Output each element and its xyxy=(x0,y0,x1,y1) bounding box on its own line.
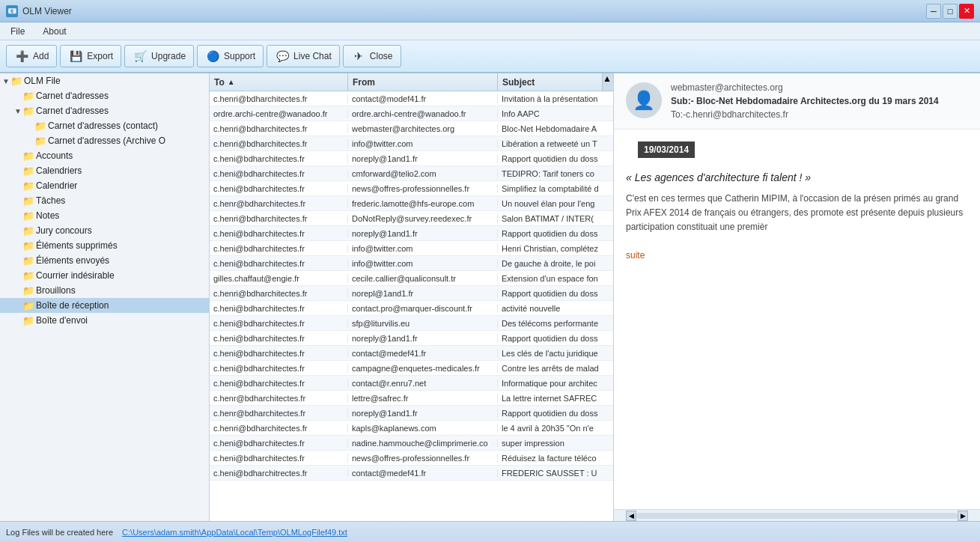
email-row-24[interactable]: c.heni@bdharchitectes.frnews@offres-prof… xyxy=(210,451,613,466)
tree-item-13[interactable]: 📁Courrier indésirable xyxy=(0,268,209,283)
email-row-19[interactable]: c.heni@bdharchitectes.frcontact@r.enru7.… xyxy=(210,376,613,391)
add-button[interactable]: ➕ Add xyxy=(6,45,57,67)
email-row-5[interactable]: c.heni@bdharchitectes.frcmforward@telio2… xyxy=(210,166,613,181)
email-row-18[interactable]: c.heni@bdharchitectes.frcampagne@enquete… xyxy=(210,361,613,376)
email-row-23[interactable]: c.heni@bdharchitectes.frnadine.hammouche… xyxy=(210,436,613,451)
menu-about[interactable]: About xyxy=(38,25,70,38)
tree-label-11: Éléments supprimés xyxy=(36,240,118,251)
email-row-12[interactable]: gilles.chaffaut@engie.frcecile.callier@q… xyxy=(210,271,613,286)
tree-item-15[interactable]: 📁Boîte de réception xyxy=(0,298,209,313)
email-row-1[interactable]: ordre.archi-centre@wanadoo.frordre.archi… xyxy=(210,106,613,121)
email-cell-to-8: c.henri@bdharchitectes.fr xyxy=(210,214,348,223)
tree-item-5[interactable]: 📁Accounts xyxy=(0,148,209,163)
email-row-0[interactable]: c.henri@bdharchitectes.frcontact@modef41… xyxy=(210,91,613,106)
tree-item-14[interactable]: 📁Brouillons xyxy=(0,283,209,298)
tree-item-4[interactable]: 📁Carnet d'adresses (Archive O xyxy=(0,133,209,148)
sidebar[interactable]: ▼📁OLM File📁Carnet d'adresses▼📁Carnet d'a… xyxy=(0,73,210,521)
email-row-6[interactable]: c.heni@bdharchitectes.frnews@offres-prof… xyxy=(210,181,613,196)
email-row-20[interactable]: c.henr@bdharchitectes.frlettre@safrec.fr… xyxy=(210,391,613,406)
email-row-16[interactable]: c.heni@bdharchitectes.frnoreply@1and1.fr… xyxy=(210,331,613,346)
email-cell-subject-9: Rapport quotidien du doss xyxy=(498,229,613,238)
tree-item-11[interactable]: 📁Éléments supprimés xyxy=(0,238,209,253)
email-rows[interactable]: c.henri@bdharchitectes.frcontact@modef41… xyxy=(210,91,613,521)
tree-label-3: Carnet d'adresses (contact) xyxy=(48,121,158,131)
tree-item-6[interactable]: 📁Calendriers xyxy=(0,163,209,178)
email-row-9[interactable]: c.heni@bdharchitectes.frnoreply@1and1.fr… xyxy=(210,226,613,241)
preview-horizontal-scrollbar[interactable]: ◀ ▶ xyxy=(614,509,980,521)
folder-icon-6: 📁 xyxy=(22,165,34,177)
title-bar-controls: ─ □ ✕ xyxy=(926,4,974,19)
email-cell-from-0: contact@modef41.fr xyxy=(348,94,498,103)
toolbar: ➕ Add 💾 Export 🛒 Upgrade 🔵 Support 💬 Liv… xyxy=(0,40,980,73)
tree-item-9[interactable]: 📁Notes xyxy=(0,208,209,223)
email-row-3[interactable]: c.henri@bdharchitectes.frinfo@twitter.co… xyxy=(210,136,613,151)
email-cell-subject-11: De gauche à droite, le poi xyxy=(498,259,613,268)
email-row-11[interactable]: c.heni@bdharchitectes.frinfo@twitter.com… xyxy=(210,256,613,271)
tree-item-8[interactable]: 📁Tâches xyxy=(0,193,209,208)
email-cell-to-19: c.heni@bdharchitectes.fr xyxy=(210,379,348,388)
email-row-4[interactable]: c.heni@bdharchitectes.frnoreply@1and1.fr… xyxy=(210,151,613,166)
email-cell-from-21: noreply@1and1.fr xyxy=(348,409,498,418)
email-row-14[interactable]: c.heni@bdharchitectes.frcontact.pro@marq… xyxy=(210,301,613,316)
email-row-17[interactable]: c.heni@bdharchitectes.frcontact@medef41.… xyxy=(210,346,613,361)
close-window-button[interactable]: ✕ xyxy=(959,4,974,19)
scroll-right-button[interactable]: ▶ xyxy=(958,511,968,521)
menu-file[interactable]: File xyxy=(6,25,29,38)
email-cell-subject-17: Les clés de l'actu juridique xyxy=(498,349,613,358)
maximize-button[interactable]: □ xyxy=(943,4,958,19)
email-row-13[interactable]: c.henri@bdharchitectes.frnorepl@1and1.fr… xyxy=(210,286,613,301)
preview-header: 👤 webmaster@architectes.org Sub:- Bloc-N… xyxy=(614,73,980,130)
upgrade-button[interactable]: 🛒 Upgrade xyxy=(124,45,194,67)
email-row-10[interactable]: c.heni@bdharchitectes.frinfo@twitter.com… xyxy=(210,241,613,256)
email-cell-from-22: kapls@kaplanews.com xyxy=(348,424,498,433)
email-row-25[interactable]: c.heni@bdharchitrectes.frcontact@medef41… xyxy=(210,466,613,481)
livechat-icon: 💬 xyxy=(275,49,290,64)
expand-icon-9 xyxy=(13,211,22,220)
close-button[interactable]: ✈ Close xyxy=(343,45,401,67)
folder-icon-16: 📁 xyxy=(22,314,34,326)
email-row-15[interactable]: c.heni@bdharchitectes.frsfp@liturvilis.e… xyxy=(210,316,613,331)
email-cell-subject-7: Un nouvel élan pour l'eng xyxy=(498,199,613,208)
tree-item-2[interactable]: ▼📁Carnet d'adresses xyxy=(0,103,209,118)
export-button[interactable]: 💾 Export xyxy=(60,45,121,67)
support-button[interactable]: 🔵 Support xyxy=(197,45,264,67)
status-log-path[interactable]: C:\Users\adam.smith\AppData\Local\Temp\O… xyxy=(122,528,347,537)
email-cell-subject-6: Simplifiez la comptabilité d xyxy=(498,184,613,193)
read-more-link[interactable]: suite xyxy=(626,250,645,261)
email-row-21[interactable]: c.henr@bdharchitectes.frnoreply@1and1.fr… xyxy=(210,406,613,421)
column-header-subject[interactable]: Subject xyxy=(498,73,603,91)
column-header-to[interactable]: To ▲ xyxy=(210,73,348,91)
email-row-8[interactable]: c.henri@bdharchitectes.frDoNotReply@surv… xyxy=(210,211,613,226)
email-cell-subject-1: Info AAPC xyxy=(498,109,613,118)
list-scrollbar-up[interactable]: ▲ xyxy=(603,73,613,91)
folder-icon-5: 📁 xyxy=(22,150,34,162)
title-bar-text: OLM Viewer xyxy=(22,6,72,16)
add-icon: ➕ xyxy=(14,49,29,64)
minimize-button[interactable]: ─ xyxy=(926,4,941,19)
scroll-left-button[interactable]: ◀ xyxy=(626,511,636,521)
email-row-7[interactable]: c.henr@bdharchitectes.frfrederic.lamotte… xyxy=(210,196,613,211)
tree-item-3[interactable]: 📁Carnet d'adresses (contact) xyxy=(0,118,209,133)
email-cell-subject-13: Rapport quotidien du doss xyxy=(498,289,613,298)
preview-panel: 👤 webmaster@architectes.org Sub:- Bloc-N… xyxy=(614,73,980,521)
email-cell-subject-4: Rapport quotidien du doss xyxy=(498,154,613,163)
email-cell-from-7: frederic.lamotte@hfs-europe.com xyxy=(348,199,498,208)
tree-item-7[interactable]: 📁Calendrier xyxy=(0,178,209,193)
preview-scroll-track[interactable] xyxy=(636,513,958,519)
email-cell-from-17: contact@medef41.fr xyxy=(348,349,498,358)
preview-body[interactable]: 19/03/2014 « Les agences d'architecture … xyxy=(614,130,980,509)
email-cell-from-8: DoNotReply@survey.reedexec.fr xyxy=(348,214,498,223)
email-row-2[interactable]: c.henri@bdharchitectes.frwebmaster@archi… xyxy=(210,121,613,136)
tree-item-16[interactable]: 📁Boîte d'envoi xyxy=(0,313,209,328)
column-to-label: To xyxy=(214,77,225,88)
tree-item-0[interactable]: ▼📁OLM File xyxy=(0,73,209,88)
tree-item-1[interactable]: 📁Carnet d'adresses xyxy=(0,88,209,103)
tree-item-12[interactable]: 📁Éléments envoyés xyxy=(0,253,209,268)
tree-item-10[interactable]: 📁Jury concours xyxy=(0,223,209,238)
expand-icon-7 xyxy=(13,181,22,190)
livechat-button[interactable]: 💬 Live Chat xyxy=(267,45,340,67)
column-header-from[interactable]: From xyxy=(348,73,498,91)
email-row-22[interactable]: c.henri@bdharchitectes.frkapls@kaplanews… xyxy=(210,421,613,436)
email-cell-subject-14: activité nouvelle xyxy=(498,304,613,313)
email-cell-from-4: noreply@1and1.fr xyxy=(348,154,498,163)
